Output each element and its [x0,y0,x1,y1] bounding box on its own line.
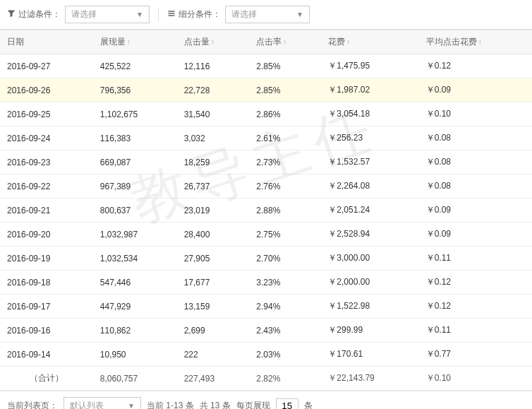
cell-ctr: 2.76% [249,174,321,198]
cell-impr: 110,862 [93,319,177,343]
cell-cost: ￥2,000.00 [321,271,418,295]
cell-impr: 1,032,987 [93,223,177,247]
cell-impr: 800,637 [93,198,177,223]
cell-cpc: ￥0.08 [419,126,532,150]
cell-clicks: 13,159 [177,295,250,319]
cell-date: 2016-09-26 [0,78,93,102]
range-text: 当前 1-13 条 [147,400,194,409]
col-date[interactable]: 日期 [0,30,93,54]
detail-label: 细分条件： [167,8,221,20]
table-row[interactable]: 2016-09-21800,63723,0192.88%￥2,051.24￥0.… [0,198,532,223]
total-cell-ctr: 2.82% [249,367,321,391]
toolbar: 过滤条件： 请选择 ▼ 细分条件： 请选择 ▼ [0,0,532,30]
cell-date: 2016-09-27 [0,54,93,78]
cell-impr: 447,929 [93,295,177,319]
filter-dropdown-text: 请选择 [71,8,97,20]
sort-icon: ↑ [283,38,286,46]
table-row[interactable]: 2016-09-201,032,98728,4002.75%￥2,528.94￥… [0,223,532,247]
sort-icon: ↑ [346,38,350,46]
cell-cpc: ￥0.11 [419,247,532,271]
cell-ctr: 2.88% [249,198,321,223]
detail-dropdown[interactable]: 请选择 ▼ [225,6,310,23]
cell-date: 2016-09-17 [0,295,93,319]
cell-clicks: 222 [177,343,250,367]
cell-impr: 669,087 [93,150,177,174]
cell-date: 2016-09-14 [0,343,93,367]
cell-cpc: ￥0.08 [419,174,532,198]
cell-impr: 547,446 [93,271,177,295]
unit-text: 条 [304,400,313,409]
table-row[interactable]: 2016-09-17447,92913,1592.94%￥1,522.98￥0.… [0,295,532,319]
cell-date: 2016-09-16 [0,319,93,343]
table-row[interactable]: 2016-09-18547,44617,6773.23%￥2,000.00￥0.… [0,271,532,295]
footer: 当前列表页： 默认列表 ▼ 当前 1-13 条 共 13 条 每页展现 条 [0,391,532,409]
cell-clicks: 28,400 [177,223,250,247]
cell-impr: 1,032,534 [93,247,177,271]
cell-cpc: ￥0.12 [419,54,532,78]
cell-ctr: 2.43% [249,319,321,343]
cell-cost: ￥2,051.24 [321,198,418,223]
cell-cpc: ￥0.08 [419,150,532,174]
cell-cost: ￥299.99 [321,319,418,343]
cell-cost: ￥1,475.95 [321,54,418,78]
cell-cost: ￥1,987.02 [321,78,418,102]
cell-date: 2016-09-21 [0,198,93,223]
cell-ctr: 2.85% [249,78,321,102]
cell-clicks: 3,032 [177,126,250,150]
filter-label: 过滤条件： [7,8,61,20]
cell-clicks: 26,737 [177,174,250,198]
detail-dropdown-text: 请选择 [231,8,257,20]
table-row[interactable]: 2016-09-24116,3833,0322.61%￥256.23￥0.08 [0,126,532,150]
total-cell-label: （合计） [0,367,93,391]
filter-dropdown[interactable]: 请选择 ▼ [65,6,150,23]
cell-ctr: 2.73% [249,150,321,174]
cell-date: 2016-09-22 [0,174,93,198]
table-row[interactable]: 2016-09-191,032,53427,9052.70%￥3,000.00￥… [0,247,532,271]
cell-date: 2016-09-19 [0,247,93,271]
cell-clicks: 22,728 [177,78,250,102]
table-row[interactable]: 2016-09-251,102,67531,5402.86%￥3,054.18￥… [0,102,532,126]
cell-clicks: 12,116 [177,54,250,78]
col-clicks[interactable]: 点击量↑ [177,30,250,54]
cell-cost: ￥170.61 [321,343,418,367]
cell-date: 2016-09-23 [0,150,93,174]
table-row[interactable]: 2016-09-27425,52212,1162.85%￥1,475.95￥0.… [0,54,532,78]
col-impressions[interactable]: 展现量↑ [93,30,177,54]
cell-ctr: 2.70% [249,247,321,271]
cell-cost: ￥1,532.57 [321,150,418,174]
table-row[interactable]: 2016-09-23669,08718,2592.73%￥1,532.57￥0.… [0,150,532,174]
col-ctr[interactable]: 点击率↑ [249,30,321,54]
cell-ctr: 2.61% [249,126,321,150]
perpage-label: 每页展现 [236,400,270,409]
filter-icon [7,9,16,20]
cell-date: 2016-09-25 [0,102,93,126]
cell-date: 2016-09-18 [0,271,93,295]
total-cell-cost: ￥22,143.79 [321,367,418,391]
cell-ctr: 3.23% [249,271,321,295]
cell-cost: ￥3,054.18 [321,102,418,126]
cell-cpc: ￥0.12 [419,271,532,295]
total-cell-cpc: ￥0.10 [419,367,532,391]
col-cpc[interactable]: 平均点击花费↑ [419,30,532,54]
chevron-down-icon: ▼ [296,11,303,18]
list-dropdown[interactable]: 默认列表 ▼ [64,397,141,409]
filter-text: 过滤条件： [18,8,61,20]
table-row[interactable]: 2016-09-1410,9502222.03%￥170.61￥0.77 [0,343,532,367]
table-row[interactable]: 2016-09-16110,8622,6992.43%￥299.99￥0.11 [0,319,532,343]
cell-clicks: 31,540 [177,102,250,126]
cell-impr: 1,102,675 [93,102,177,126]
table-row[interactable]: 2016-09-22967,38926,7372.76%￥2,264.08￥0.… [0,174,532,198]
col-cost[interactable]: 花费↑ [321,30,418,54]
cell-ctr: 2.85% [249,54,321,78]
cell-impr: 116,383 [93,126,177,150]
cell-clicks: 23,019 [177,198,250,223]
cell-date: 2016-09-20 [0,223,93,247]
total-text: 共 13 条 [200,400,231,409]
sort-icon: ↑ [127,38,131,46]
cell-cpc: ￥0.09 [419,78,532,102]
perpage-input[interactable] [276,398,298,409]
table-row[interactable]: 2016-09-26796,35622,7282.85%￥1,987.02￥0.… [0,78,532,102]
cell-date: 2016-09-24 [0,126,93,150]
cell-clicks: 18,259 [177,150,250,174]
cell-cost: ￥1,522.98 [321,295,418,319]
